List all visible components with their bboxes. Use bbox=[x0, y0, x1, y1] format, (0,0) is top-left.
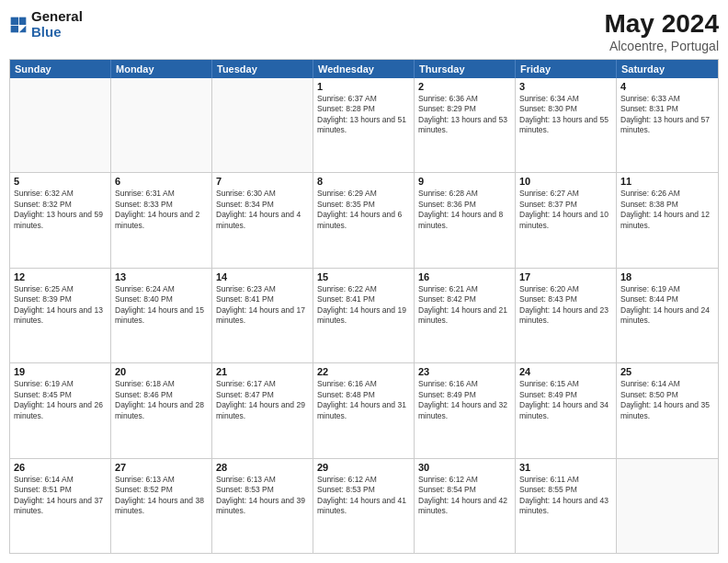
cell-info: Sunrise: 6:14 AMSunset: 8:50 PMDaylight:… bbox=[620, 379, 714, 421]
day-number: 5 bbox=[14, 176, 107, 187]
calendar-cell bbox=[111, 78, 212, 172]
cell-info: Sunrise: 6:24 AMSunset: 8:40 PMDaylight:… bbox=[115, 284, 208, 327]
weekday-header: Wednesday bbox=[313, 60, 415, 78]
calendar-cell: 1Sunrise: 6:37 AMSunset: 8:28 PMDaylight… bbox=[313, 78, 415, 172]
cell-info: Sunrise: 6:31 AMSunset: 8:33 PMDaylight:… bbox=[115, 189, 208, 231]
calendar-cell: 8Sunrise: 6:29 AMSunset: 8:35 PMDaylight… bbox=[313, 173, 415, 267]
weekday-header: Saturday bbox=[617, 60, 718, 78]
logo: General Blue bbox=[9, 9, 83, 40]
cell-info: Sunrise: 6:25 AMSunset: 8:39 PMDaylight:… bbox=[14, 284, 107, 327]
day-number: 23 bbox=[418, 366, 511, 377]
day-number: 18 bbox=[620, 271, 714, 282]
svg-rect-2 bbox=[11, 25, 18, 32]
day-number: 14 bbox=[216, 271, 309, 282]
calendar-cell: 31Sunrise: 6:11 AMSunset: 8:55 PMDayligh… bbox=[516, 459, 617, 553]
calendar-cell: 27Sunrise: 6:13 AMSunset: 8:52 PMDayligh… bbox=[111, 459, 212, 553]
calendar-cell: 14Sunrise: 6:23 AMSunset: 8:41 PMDayligh… bbox=[212, 269, 313, 362]
cell-info: Sunrise: 6:14 AMSunset: 8:51 PMDaylight:… bbox=[14, 475, 107, 517]
cell-info: Sunrise: 6:12 AMSunset: 8:54 PMDaylight:… bbox=[418, 475, 511, 517]
header: General Blue May 2024 Alcoentre, Portuga… bbox=[9, 9, 719, 53]
calendar-cell: 7Sunrise: 6:30 AMSunset: 8:34 PMDaylight… bbox=[212, 173, 313, 267]
calendar-cell: 20Sunrise: 6:18 AMSunset: 8:46 PMDayligh… bbox=[111, 363, 212, 457]
cell-info: Sunrise: 6:11 AMSunset: 8:55 PMDaylight:… bbox=[519, 475, 612, 517]
cell-info: Sunrise: 6:37 AMSunset: 8:28 PMDaylight:… bbox=[317, 94, 410, 136]
calendar-cell: 23Sunrise: 6:16 AMSunset: 8:49 PMDayligh… bbox=[415, 363, 516, 457]
calendar-cell: 12Sunrise: 6:25 AMSunset: 8:39 PMDayligh… bbox=[10, 269, 111, 362]
day-number: 10 bbox=[519, 176, 612, 187]
weekday-header: Thursday bbox=[415, 60, 516, 78]
weekday-header: Tuesday bbox=[212, 60, 313, 78]
day-number: 20 bbox=[115, 366, 208, 377]
cell-info: Sunrise: 6:22 AMSunset: 8:41 PMDaylight:… bbox=[317, 284, 410, 327]
calendar-cell: 16Sunrise: 6:21 AMSunset: 8:42 PMDayligh… bbox=[415, 269, 516, 362]
calendar-cell bbox=[10, 78, 111, 172]
day-number: 7 bbox=[216, 176, 309, 187]
day-number: 27 bbox=[115, 462, 208, 473]
weekday-header: Friday bbox=[516, 60, 617, 78]
day-number: 3 bbox=[519, 81, 612, 92]
logo-icon bbox=[9, 16, 28, 34]
calendar-cell: 19Sunrise: 6:19 AMSunset: 8:45 PMDayligh… bbox=[10, 363, 111, 457]
cell-info: Sunrise: 6:23 AMSunset: 8:41 PMDaylight:… bbox=[216, 284, 309, 327]
cell-info: Sunrise: 6:36 AMSunset: 8:29 PMDaylight:… bbox=[418, 94, 511, 136]
calendar-cell: 26Sunrise: 6:14 AMSunset: 8:51 PMDayligh… bbox=[10, 459, 111, 553]
cell-info: Sunrise: 6:30 AMSunset: 8:34 PMDaylight:… bbox=[216, 189, 309, 231]
day-number: 24 bbox=[519, 366, 612, 377]
day-number: 21 bbox=[216, 366, 309, 377]
day-number: 13 bbox=[115, 271, 208, 282]
calendar: SundayMondayTuesdayWednesdayThursdayFrid… bbox=[9, 59, 719, 554]
day-number: 31 bbox=[519, 462, 612, 473]
calendar-cell: 6Sunrise: 6:31 AMSunset: 8:33 PMDaylight… bbox=[111, 173, 212, 267]
cell-info: Sunrise: 6:12 AMSunset: 8:53 PMDaylight:… bbox=[317, 475, 410, 517]
cell-info: Sunrise: 6:26 AMSunset: 8:38 PMDaylight:… bbox=[620, 189, 714, 231]
calendar-cell: 4Sunrise: 6:33 AMSunset: 8:31 PMDaylight… bbox=[617, 78, 718, 172]
day-number: 8 bbox=[317, 176, 410, 187]
calendar-row: 12Sunrise: 6:25 AMSunset: 8:39 PMDayligh… bbox=[10, 269, 718, 363]
calendar-row: 1Sunrise: 6:37 AMSunset: 8:28 PMDaylight… bbox=[10, 78, 718, 173]
day-number: 26 bbox=[14, 462, 107, 473]
day-number: 4 bbox=[620, 81, 714, 92]
cell-info: Sunrise: 6:27 AMSunset: 8:37 PMDaylight:… bbox=[519, 189, 612, 231]
calendar-row: 26Sunrise: 6:14 AMSunset: 8:51 PMDayligh… bbox=[10, 459, 718, 553]
svg-marker-3 bbox=[19, 25, 27, 32]
day-number: 9 bbox=[418, 176, 511, 187]
cell-info: Sunrise: 6:28 AMSunset: 8:36 PMDaylight:… bbox=[418, 189, 511, 231]
cell-info: Sunrise: 6:34 AMSunset: 8:30 PMDaylight:… bbox=[519, 94, 612, 136]
calendar-cell: 28Sunrise: 6:13 AMSunset: 8:53 PMDayligh… bbox=[212, 459, 313, 553]
day-number: 28 bbox=[216, 462, 309, 473]
calendar-cell: 15Sunrise: 6:22 AMSunset: 8:41 PMDayligh… bbox=[313, 269, 415, 362]
calendar-cell: 24Sunrise: 6:15 AMSunset: 8:49 PMDayligh… bbox=[516, 363, 617, 457]
calendar-cell: 9Sunrise: 6:28 AMSunset: 8:36 PMDaylight… bbox=[415, 173, 516, 267]
day-number: 11 bbox=[620, 176, 714, 187]
calendar-cell: 10Sunrise: 6:27 AMSunset: 8:37 PMDayligh… bbox=[516, 173, 617, 267]
calendar-cell: 18Sunrise: 6:19 AMSunset: 8:44 PMDayligh… bbox=[617, 269, 718, 362]
day-number: 1 bbox=[317, 81, 410, 92]
month-title: May 2024 bbox=[604, 9, 719, 39]
day-number: 6 bbox=[115, 176, 208, 187]
calendar-cell: 29Sunrise: 6:12 AMSunset: 8:53 PMDayligh… bbox=[313, 459, 415, 553]
day-number: 17 bbox=[519, 271, 612, 282]
calendar-cell: 21Sunrise: 6:17 AMSunset: 8:47 PMDayligh… bbox=[212, 363, 313, 457]
calendar-header: SundayMondayTuesdayWednesdayThursdayFrid… bbox=[10, 60, 718, 78]
logo-general: General bbox=[31, 8, 83, 24]
calendar-cell bbox=[212, 78, 313, 172]
cell-info: Sunrise: 6:19 AMSunset: 8:45 PMDaylight:… bbox=[14, 379, 107, 421]
cell-info: Sunrise: 6:20 AMSunset: 8:43 PMDaylight:… bbox=[519, 284, 612, 327]
day-number: 29 bbox=[317, 462, 410, 473]
calendar-row: 5Sunrise: 6:32 AMSunset: 8:32 PMDaylight… bbox=[10, 173, 718, 268]
calendar-cell: 11Sunrise: 6:26 AMSunset: 8:38 PMDayligh… bbox=[617, 173, 718, 267]
svg-rect-1 bbox=[19, 17, 27, 24]
calendar-cell: 13Sunrise: 6:24 AMSunset: 8:40 PMDayligh… bbox=[111, 269, 212, 362]
calendar-row: 19Sunrise: 6:19 AMSunset: 8:45 PMDayligh… bbox=[10, 363, 718, 458]
calendar-body: 1Sunrise: 6:37 AMSunset: 8:28 PMDaylight… bbox=[10, 78, 718, 553]
calendar-cell: 22Sunrise: 6:16 AMSunset: 8:48 PMDayligh… bbox=[313, 363, 415, 457]
cell-info: Sunrise: 6:16 AMSunset: 8:48 PMDaylight:… bbox=[317, 379, 410, 421]
cell-info: Sunrise: 6:32 AMSunset: 8:32 PMDaylight:… bbox=[14, 189, 107, 231]
calendar-cell: 3Sunrise: 6:34 AMSunset: 8:30 PMDaylight… bbox=[516, 78, 617, 172]
logo-text: General Blue bbox=[31, 9, 83, 40]
cell-info: Sunrise: 6:29 AMSunset: 8:35 PMDaylight:… bbox=[317, 189, 410, 231]
location-title: Alcoentre, Portugal bbox=[604, 39, 719, 53]
cell-info: Sunrise: 6:33 AMSunset: 8:31 PMDaylight:… bbox=[620, 94, 714, 136]
title-area: May 2024 Alcoentre, Portugal bbox=[604, 9, 719, 53]
calendar-cell: 30Sunrise: 6:12 AMSunset: 8:54 PMDayligh… bbox=[415, 459, 516, 553]
